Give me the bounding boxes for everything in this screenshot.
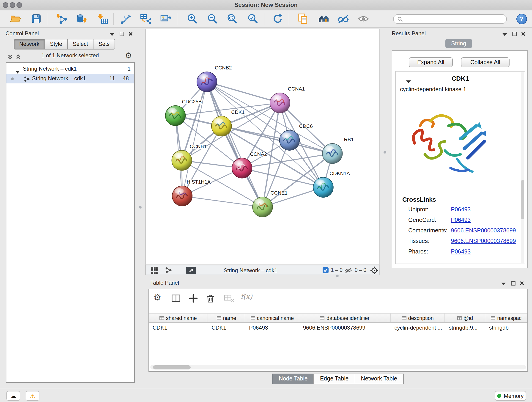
results-panel-content: Expand All Collapse All CDK1 cyclin-depe…	[392, 51, 528, 268]
horizontal-splitter-handle[interactable]	[336, 274, 339, 277]
results-panel-float-icon[interactable]	[512, 31, 517, 38]
tab-string[interactable]: String	[445, 39, 472, 48]
table-horizontal-scrollbar[interactable]	[150, 365, 526, 370]
import-table-from-file-icon[interactable]	[97, 13, 109, 25]
grid-view-icon[interactable]	[151, 267, 158, 274]
export-image-icon[interactable]	[160, 13, 172, 25]
delete-column-trash-icon[interactable]	[205, 293, 216, 304]
table-options-gear-icon[interactable]: ⚙	[153, 292, 165, 303]
table-panel-collapse-icon[interactable]	[501, 281, 506, 287]
column-header-name[interactable]: name	[208, 313, 245, 322]
table-cell[interactable]: P06493	[245, 323, 299, 332]
column-header--id[interactable]: @id	[445, 313, 486, 322]
tab-network-table[interactable]: Network Table	[355, 374, 404, 384]
network-row-selected[interactable]: String Network – cdk1 11 48	[6, 74, 134, 83]
hidden-eye-off-icon[interactable]	[345, 267, 352, 274]
window-zoom-button[interactable]	[17, 2, 22, 8]
new-network-from-table-icon[interactable]	[140, 13, 152, 25]
network-share-view-icon[interactable]	[165, 267, 172, 274]
search-input[interactable]	[405, 16, 503, 22]
tab-edge-table[interactable]: Edge Table	[314, 374, 355, 384]
results-scrollbar-thumb[interactable]	[521, 180, 524, 219]
tab-select[interactable]: Select	[67, 39, 94, 50]
table-scrollbar-thumb[interactable]	[153, 365, 191, 369]
tab-style[interactable]: Style	[44, 39, 68, 50]
column-header-canonical-name[interactable]: canonical name	[245, 313, 299, 322]
network-canvas[interactable]: CCNB2CCNA1CDC25BCDK1CDC6RB1CCNB1CCNA2CDK…	[145, 29, 380, 265]
network-node-CDK1[interactable]: CDK1	[211, 109, 245, 136]
hide-selected-icon[interactable]	[337, 13, 349, 25]
table-panel-float-icon[interactable]	[511, 281, 515, 287]
window-minimize-button[interactable]	[10, 2, 15, 8]
network-node-CCNE1[interactable]: CCNE1	[253, 190, 288, 217]
show-columns-icon[interactable]	[171, 293, 182, 304]
control-panel-float-icon[interactable]	[120, 31, 124, 38]
save-session-icon[interactable]	[30, 13, 42, 25]
results-panel-close-icon[interactable]	[521, 31, 526, 38]
table-row[interactable]: CDK1CDK1P064939606.ENSP00000378699cyclin…	[149, 323, 527, 332]
crosslink-value-link[interactable]: P06493	[451, 206, 471, 213]
network-graph[interactable]: CCNB2CCNA1CDC25BCDK1CDC6RB1CCNB1CCNA2CDK…	[146, 29, 380, 264]
crosslink-value-link[interactable]: 9606.ENSP00000378699	[451, 238, 516, 244]
column-header-description[interactable]: description	[391, 313, 445, 322]
network-node-RB1[interactable]: RB1	[322, 137, 354, 164]
tab-network[interactable]: Network	[14, 39, 45, 50]
zoom-selected-icon[interactable]	[247, 13, 259, 25]
table-cell[interactable]: CDK1	[208, 323, 245, 332]
node-label: RB1	[344, 137, 354, 142]
help-button[interactable]: ?	[516, 14, 527, 24]
navigator-crosshair-icon[interactable]	[370, 266, 379, 275]
tab-sets[interactable]: Sets	[93, 39, 115, 50]
network-node-HIST1H1A[interactable]: HIST1H1A	[172, 179, 211, 206]
table-cell[interactable]: CDK1	[149, 323, 208, 332]
network-node-CDC25B[interactable]: CDC25B	[165, 99, 202, 126]
table-cell[interactable]: stringdb	[485, 323, 527, 332]
collapse-all-button[interactable]: Collapse All	[461, 57, 510, 67]
results-scrollbar[interactable]	[521, 72, 524, 263]
crosslink-value-link[interactable]: P06493	[451, 249, 471, 255]
control-panel-close-icon[interactable]	[128, 31, 133, 38]
home-icon[interactable]	[317, 13, 329, 25]
zoom-fit-icon[interactable]	[226, 13, 238, 25]
new-network-icon[interactable]	[120, 13, 132, 25]
zoom-in-icon[interactable]	[186, 13, 198, 25]
import-network-from-database-icon[interactable]	[76, 13, 88, 25]
crosslink-value-link[interactable]: P06493	[451, 217, 471, 223]
tab-node-table[interactable]: Node Table	[272, 374, 314, 384]
copy-icon[interactable]	[297, 13, 309, 25]
apply-layout-icon[interactable]	[272, 13, 284, 25]
column-header-database-identifier[interactable]: database identifier	[299, 313, 391, 322]
network-collection-row[interactable]: String Network – cdk1 1	[6, 64, 134, 74]
table-cell[interactable]: 9606.ENSP00000378699	[299, 323, 391, 332]
network-node-CCNA1[interactable]: CCNA1	[270, 86, 305, 113]
results-panel-collapse-icon[interactable]	[502, 31, 507, 38]
show-all-eye-icon[interactable]	[357, 13, 369, 25]
network-options-gear-icon[interactable]: ⚙	[125, 51, 132, 61]
table-cell[interactable]: cyclin-dependent ...	[391, 323, 445, 332]
cloud-status-button[interactable]: ☁	[6, 391, 20, 401]
open-session-icon[interactable]	[10, 13, 22, 25]
control-panel-collapse-icon[interactable]	[109, 31, 114, 38]
right-splitter-handle[interactable]	[384, 151, 386, 153]
crosslink-value-link[interactable]: 9606.ENSP00000378699	[451, 227, 516, 234]
column-header-namespac[interactable]: namespac	[485, 313, 527, 322]
import-network-from-file-icon[interactable]	[56, 13, 68, 25]
memory-button[interactable]: Memory	[495, 391, 526, 401]
network-view-footer: String Network – cdk1 1 – 0 0 – 0	[145, 265, 380, 275]
table-cell[interactable]: stringdb:9...	[445, 323, 486, 332]
expand-all-button[interactable]: Expand All	[409, 57, 453, 67]
memory-status-dot-icon	[497, 394, 501, 398]
zoom-out-icon[interactable]	[207, 13, 219, 25]
table-panel-close-icon[interactable]	[520, 281, 524, 287]
detach-view-button[interactable]	[186, 267, 196, 274]
window-close-button[interactable]	[3, 2, 8, 8]
add-column-icon[interactable]	[188, 293, 199, 304]
column-header-shared-name[interactable]: shared name	[149, 313, 208, 322]
network-node-CDKN1A[interactable]: CDKN1A	[313, 171, 350, 198]
network-node-CCNB1[interactable]: CCNB1	[172, 143, 207, 171]
function-builder-icon[interactable]: f(x)	[241, 293, 256, 303]
current-network-bullet-icon	[11, 77, 14, 80]
left-splitter-handle[interactable]	[139, 206, 142, 209]
selected-indicator-checkbox[interactable]	[323, 267, 329, 273]
warning-status-button[interactable]: ⚠	[26, 391, 39, 401]
